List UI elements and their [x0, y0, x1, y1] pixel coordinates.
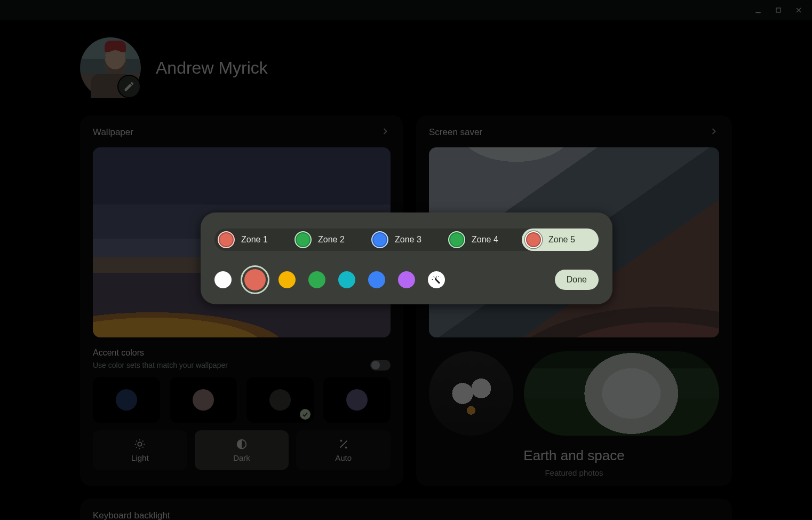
zone-chip-3[interactable]: Zone 3 [368, 229, 445, 251]
zone-chip-5[interactable]: Zone 5 [522, 229, 599, 251]
zone-chip-2[interactable]: Zone 2 [291, 229, 368, 251]
zone-4-label: Zone 4 [472, 235, 498, 245]
brightness-icon [134, 438, 146, 450]
pencil-icon [123, 81, 135, 92]
avatar-wrap [80, 37, 141, 98]
magic-wand-icon [432, 275, 441, 285]
accent-colors-subtitle: Use color sets that match your wallpaper [93, 361, 228, 369]
screensaver-caption-title: Earth and space [429, 447, 719, 464]
accent-tile-4[interactable] [323, 377, 391, 423]
screensaver-title: Screen saver [429, 127, 482, 138]
contrast-icon [236, 438, 248, 450]
theme-auto-label: Auto [335, 453, 352, 462]
zone-5-color-dot [525, 231, 542, 248]
color-swatches [214, 269, 445, 290]
accent-colors-title: Accent colors [93, 348, 391, 358]
auto-fix-icon [338, 438, 349, 450]
screensaver-thumb-pill[interactable] [524, 351, 719, 436]
window-maximize-button[interactable] [768, 0, 789, 20]
zone-3-label: Zone 3 [395, 235, 421, 245]
theme-dark-button[interactable]: Dark [195, 430, 289, 470]
window-titlebar [0, 0, 812, 20]
swatch-blue[interactable] [368, 271, 385, 288]
accent-tiles [93, 377, 391, 423]
username: Andrew Myrick [156, 58, 268, 78]
screensaver-thumb-circle[interactable] [429, 351, 513, 436]
accent-tile-3[interactable] [246, 377, 314, 423]
done-button[interactable]: Done [555, 270, 599, 290]
zone-1-color-dot [218, 231, 235, 248]
zone-chip-1[interactable]: Zone 1 [214, 229, 291, 251]
keyboard-backlight-card[interactable]: Keyboard backlight [80, 499, 732, 520]
match-wallpaper-toggle[interactable] [370, 360, 391, 371]
swatch-red[interactable] [244, 269, 266, 290]
theme-light-button[interactable]: Light [93, 430, 187, 470]
zone-bar: Zone 1 Zone 2 Zone 3 Zone 4 Zone 5 [214, 229, 599, 251]
svg-rect-1 [776, 8, 781, 12]
zone-chip-4[interactable]: Zone 4 [445, 229, 522, 251]
screensaver-thumbs [429, 351, 719, 436]
zone-5-label: Zone 5 [548, 235, 575, 245]
profile-header: Andrew Myrick [80, 20, 732, 115]
zone-3-color-dot [371, 231, 388, 248]
window-close-button[interactable] [789, 0, 809, 20]
screensaver-header[interactable]: Screen saver [429, 126, 719, 139]
chevron-right-icon [380, 126, 391, 139]
check-icon [300, 409, 311, 420]
accent-tile-1[interactable] [93, 377, 160, 423]
zone-2-label: Zone 2 [318, 235, 345, 245]
chevron-right-icon [708, 126, 719, 139]
theme-row: Light Dark Auto [93, 430, 391, 470]
window-minimize-button[interactable] [748, 0, 768, 20]
done-button-label: Done [567, 275, 587, 284]
edit-avatar-button[interactable] [118, 76, 140, 97]
theme-dark-label: Dark [233, 453, 250, 462]
wallpaper-header[interactable]: Wallpaper [93, 126, 391, 139]
theme-auto-button[interactable]: Auto [296, 430, 391, 470]
keyboard-backlight-title: Keyboard backlight [93, 510, 170, 520]
zone-1-label: Zone 1 [241, 235, 268, 245]
wallpaper-title: Wallpaper [93, 127, 133, 138]
svg-point-4 [138, 442, 142, 446]
screensaver-caption-sub: Featured photos [429, 468, 719, 477]
swatch-yellow[interactable] [278, 271, 296, 288]
swatch-green[interactable] [308, 271, 325, 288]
theme-light-label: Light [131, 453, 149, 462]
accent-tile-2[interactable] [170, 377, 237, 423]
swatch-white[interactable] [214, 271, 232, 288]
zone-4-color-dot [448, 231, 465, 248]
custom-color-button[interactable] [428, 271, 445, 288]
zone-color-modal: Zone 1 Zone 2 Zone 3 Zone 4 Zone 5 [201, 212, 612, 304]
swatch-purple[interactable] [398, 271, 415, 288]
swatch-teal[interactable] [338, 271, 355, 288]
zone-2-color-dot [294, 231, 312, 248]
